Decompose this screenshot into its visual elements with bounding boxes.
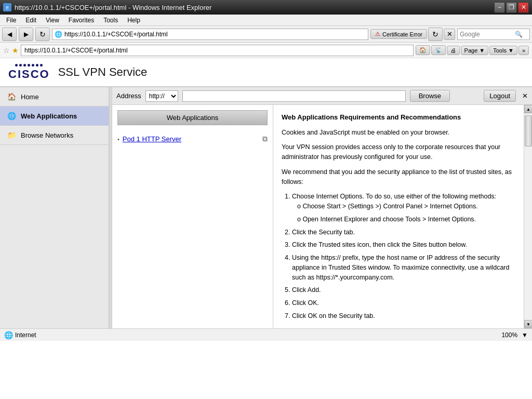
browse-button[interactable]: Browse <box>410 90 450 102</box>
search-field: 🔍 <box>457 29 530 40</box>
step-3: Click the Trusted sites icon, then click… <box>292 240 515 250</box>
substep-1b: Open Internet Explorer and choose Tools … <box>297 215 515 224</box>
refresh-button[interactable]: ↻ <box>35 28 50 41</box>
substeps-list: Choose Start > (Settings >) Control Pane… <box>297 202 515 224</box>
address-input[interactable] <box>64 31 366 38</box>
home-icon: 🏠 <box>6 91 17 102</box>
zoom-label: 100% <box>501 331 517 339</box>
menu-edit[interactable]: Edit <box>21 16 41 25</box>
main-panel: Address http:// https:// Browse Logout ✕… <box>112 87 532 328</box>
scroll-thumb[interactable] <box>525 115 532 147</box>
menu-bar: File Edit View Favorites Tools Help <box>0 15 532 26</box>
service-title: SSL VPN Service <box>58 65 148 79</box>
browser-icon: e <box>3 3 11 11</box>
pod1-http-link[interactable]: Pod 1 HTTP Server <box>123 135 181 143</box>
feeds-toolbar-button[interactable]: 📡 <box>431 45 446 55</box>
tools-toolbar-button[interactable]: Tools ▼ <box>489 46 517 55</box>
status-bar: 🌐 Internet 100% ▼ <box>0 328 532 341</box>
list-item: • Pod 1 HTTP Server ⧉ <box>117 132 268 145</box>
step-5: Click Add. <box>292 285 515 295</box>
address-label: Address <box>116 92 141 100</box>
forward-button[interactable]: ▶ <box>19 28 33 41</box>
copy-icon[interactable]: ⧉ <box>262 135 268 143</box>
back-button[interactable]: ◀ <box>2 28 17 41</box>
menu-view[interactable]: View <box>42 16 63 25</box>
cert-error-label: Certificate Error <box>382 31 422 37</box>
step-7: Click OK on the Security tab. <box>292 311 515 321</box>
minimize-button[interactable]: − <box>494 2 505 13</box>
web-apps-icon: 🌐 <box>6 111 17 121</box>
sidebar-item-home[interactable]: 🏠 Home <box>0 87 109 107</box>
menu-tools[interactable]: Tools <box>99 16 122 25</box>
step-4: Using the https:// prefix, type the host… <box>292 253 515 282</box>
content-url-input[interactable] <box>182 90 406 102</box>
logout-button[interactable]: Logout <box>484 90 516 102</box>
home-toolbar-button[interactable]: 🏠 <box>416 45 430 55</box>
scrollbar-area: ▲ ▼ <box>524 105 532 328</box>
web-apps-header: Web Applications <box>117 110 268 125</box>
step-1: Choose Internet Options. To do so, use e… <box>292 192 515 224</box>
sidebar-home-label: Home <box>21 93 39 101</box>
refresh-addr-button[interactable]: ↻ <box>428 28 443 41</box>
scroll-up-arrow[interactable]: ▲ <box>524 105 532 113</box>
address-field: 🌐 <box>52 29 368 40</box>
toolbar-row: ☆ ★ 🏠 📡 🖨 Page ▼ Tools ▼ » <box>0 43 532 58</box>
para-cookies: Cookies and JavaScript must be enabled o… <box>282 128 515 138</box>
close-button[interactable]: ✕ <box>518 2 529 13</box>
vertical-scrollbar[interactable]: ▲ ▼ <box>524 105 532 328</box>
content-split: Web Applications • Pod 1 HTTP Server ⧉ W… <box>112 105 532 328</box>
cisco-logo-text: CISCO <box>8 68 50 81</box>
sidebar-webapps-label: Web Applications <box>21 112 77 120</box>
sidebar-item-web-applications[interactable]: 🌐 Web Applications <box>0 107 109 126</box>
substep-1a: Choose Start > (Settings >) Control Pane… <box>297 202 515 211</box>
menu-favorites[interactable]: Favorites <box>64 16 98 25</box>
window-title: https://10.0.1.1/+CSCOE+/portal.html - W… <box>15 4 211 11</box>
cert-error-button[interactable]: ⚠ Certificate Error <box>370 29 427 39</box>
sidebar-browse-label: Browse Networks <box>21 131 73 139</box>
scroll-down-arrow[interactable]: ▼ <box>524 320 532 328</box>
restore-button[interactable]: ❐ <box>506 2 517 13</box>
requirements-title: Web Applications Requirements and Recomm… <box>282 112 515 123</box>
protocol-select[interactable]: http:// https:// <box>145 90 178 102</box>
para-vpn: Your VPN session provides access only to… <box>282 142 515 162</box>
page-toolbar-button[interactable]: Page ▼ <box>461 46 489 55</box>
logout-close-icon[interactable]: ✕ <box>522 92 528 100</box>
address-bar: ◀ ▶ ↻ 🌐 ⚠ Certificate Error ↻ ✕ 🔍 <box>0 26 532 43</box>
zoom-icon[interactable]: ▼ <box>522 331 528 339</box>
zone-label: Internet <box>15 331 36 339</box>
toolbar-address-field <box>21 45 414 56</box>
sidebar: 🏠 Home 🌐 Web Applications 📁 Browse Netwo… <box>0 87 109 328</box>
content-address-row: Address http:// https:// Browse Logout ✕ <box>112 87 532 105</box>
toolbar-address-input[interactable] <box>24 47 410 54</box>
search-icon[interactable]: 🔍 <box>515 31 523 38</box>
expand-toolbar-button[interactable]: » <box>518 46 529 55</box>
step-2: Click the Security tab. <box>292 228 515 237</box>
print-toolbar-button[interactable]: 🖨 <box>447 46 460 55</box>
menu-file[interactable]: File <box>2 16 20 25</box>
cisco-header: CISCO SSL VPN Service <box>0 58 532 87</box>
zone-icon: 🌐 <box>4 331 13 339</box>
fav-starred-icon[interactable]: ★ <box>12 46 19 55</box>
steps-list: Choose Internet Options. To do so, use e… <box>292 192 515 321</box>
browse-networks-icon: 📁 <box>6 130 17 140</box>
right-panel: Web Applications Requirements and Recomm… <box>273 105 524 328</box>
web-apps-list: • Pod 1 HTTP Server ⧉ <box>112 130 273 148</box>
stop-button[interactable]: ✕ <box>444 29 455 40</box>
para-recommend: We recommend that you add the security a… <box>282 167 515 187</box>
step-6: Click OK. <box>292 298 515 308</box>
cisco-logo: CISCO <box>8 64 50 81</box>
search-input[interactable] <box>458 31 515 38</box>
title-bar: e https://10.0.1.1/+CSCOE+/portal.html -… <box>0 0 532 15</box>
left-panel: Web Applications • Pod 1 HTTP Server ⧉ <box>112 105 273 328</box>
sidebar-item-browse-networks[interactable]: 📁 Browse Networks <box>0 126 109 145</box>
menu-help[interactable]: Help <box>123 16 144 25</box>
fav-unstarred-icon[interactable]: ☆ <box>3 46 10 55</box>
